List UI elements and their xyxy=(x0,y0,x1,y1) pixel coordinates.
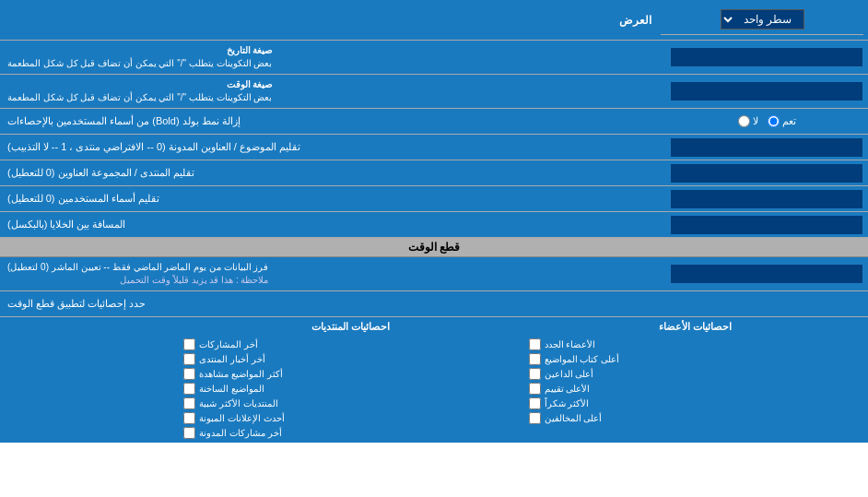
time-format-title: صيغة الوقت xyxy=(7,78,272,91)
check-most-similar: المنتديات الأكثر شبية xyxy=(183,397,517,409)
cutoff-row: 0 فرز البيانات من يوم الماضر الماضي فقط … xyxy=(0,257,868,291)
forum-news-checkbox[interactable] xyxy=(183,353,195,365)
cell-spacing-input[interactable]: 2 xyxy=(671,216,862,234)
blog-posts-checkbox[interactable] xyxy=(183,427,195,439)
forum-news-label: أخر أخبار المنتدى xyxy=(199,354,265,364)
top-topic-writers-checkbox[interactable] xyxy=(529,353,541,365)
col2-title: احصائيات الأعضاء xyxy=(529,321,862,333)
check-most-thanks: الأكثر شكراً xyxy=(529,397,862,409)
most-similar-label: المنتديات الأكثر شبية xyxy=(199,398,278,408)
topics-titles-input-cell: 33 xyxy=(665,135,868,160)
topics-titles-row: 33 تقليم الموضوع / العناوين المدونة (0 -… xyxy=(0,135,868,160)
time-format-sublabel: بعض التكوينات يتطلب "/" التي يمكن أن تضا… xyxy=(7,91,272,104)
most-thanks-checkbox[interactable] xyxy=(529,397,541,409)
header-select-area: سطر واحد سطرين ثلاثة أسطر xyxy=(661,5,863,35)
cell-spacing-label: المسافة بين الخلايا (بالبكسل) xyxy=(0,212,665,237)
topics-titles-input[interactable]: 33 xyxy=(671,138,862,157)
radio-no[interactable] xyxy=(738,115,750,127)
blog-posts-label: أخر مشاركات المدونة xyxy=(199,428,282,438)
stats-limit-label: حدد إحصائيات لتطبيق قطع الوقت xyxy=(0,291,665,316)
top-rated-label: الأعلى تقييم xyxy=(545,384,591,394)
cutoff-input[interactable]: 0 xyxy=(671,265,862,283)
col1-title: احصائيات المنتديات xyxy=(183,321,517,333)
bold-radio-input-cell: تعم لا xyxy=(665,109,868,134)
forum-titles-input-cell: 33 xyxy=(665,160,868,185)
cutoff-main-label: فرز البيانات من يوم الماضر الماضي فقط --… xyxy=(7,261,268,274)
stats-limit-row: حدد إحصائيات لتطبيق قطع الوقت xyxy=(0,291,868,317)
date-format-sublabel: بعض التكوينات يتطلب "/" التي يمكن أن تضا… xyxy=(7,57,272,70)
date-format-title: صيغة التاريخ xyxy=(7,44,272,57)
date-format-input-cell: d-m xyxy=(665,41,868,74)
check-top-topic-writers: أعلى كتاب المواضيع xyxy=(529,353,862,365)
header-row: سطر واحد سطرين ثلاثة أسطر العرض xyxy=(0,0,868,41)
radio-no-text: لا xyxy=(753,115,758,127)
hot-topics-label: المواضيع الساخنة xyxy=(199,384,264,394)
new-members-label: الأعضاء الجدد xyxy=(545,339,596,349)
time-format-row: H:i صيغة الوقت بعض التكوينات يتطلب "/" ا… xyxy=(0,75,868,109)
latest-posts-label: أخر المشاركات xyxy=(199,339,258,349)
check-top-violators: أعلى المخالفين xyxy=(529,412,862,424)
radio-yes-text: تعم xyxy=(782,115,796,127)
top-topic-writers-label: أعلى كتاب المواضيع xyxy=(545,354,620,364)
usernames-input[interactable]: 0 xyxy=(671,190,862,208)
hot-topics-checkbox[interactable] xyxy=(183,383,195,395)
checkboxes-area: احصائيات الأعضاء الأعضاء الجدد أعلى كتاب… xyxy=(0,317,868,443)
check-forum-news: أخر أخبار المنتدى xyxy=(183,353,517,365)
usernames-input-cell: 0 xyxy=(665,186,868,211)
col-members-stats: احصائيات الأعضاء الأعضاء الجدد أعلى كتاب… xyxy=(523,321,868,439)
bold-label: إزالة نمط بولد (Bold) من أسماء المستخدمي… xyxy=(0,109,665,134)
cutoff-note: ملاحظة : هذا قد يزيد قليلاً وقت التحميل xyxy=(7,274,268,287)
check-most-viewed: أكثر المواضيع مشاهدة xyxy=(183,368,517,380)
cutoff-section-title: قطع الوقت xyxy=(0,238,868,257)
check-top-inviters: أعلى الداعين xyxy=(529,368,862,380)
cutoff-input-cell: 0 xyxy=(665,257,868,290)
top-violators-checkbox[interactable] xyxy=(529,412,541,424)
most-viewed-checkbox[interactable] xyxy=(183,368,195,380)
check-latest-posts: أخر المشاركات xyxy=(183,338,517,350)
cell-spacing-row: 2 المسافة بين الخلايا (بالبكسل) xyxy=(0,212,868,238)
main-container: سطر واحد سطرين ثلاثة أسطر العرض d-m صيغة… xyxy=(0,0,868,443)
check-new-members: الأعضاء الجدد xyxy=(529,338,862,350)
check-hot-topics: المواضيع الساخنة xyxy=(183,383,517,395)
date-format-input[interactable]: d-m xyxy=(671,48,862,66)
header-title: العرض xyxy=(5,14,661,27)
time-format-input[interactable]: H:i xyxy=(671,82,862,101)
forum-titles-input[interactable]: 33 xyxy=(671,164,862,183)
topics-titles-label: تقليم الموضوع / العناوين المدونة (0 -- ا… xyxy=(0,135,665,160)
col-forum-stats: احصائيات المنتديات أخر المشاركات أخر أخب… xyxy=(178,321,522,439)
stats-limit-empty-cell xyxy=(665,291,868,316)
most-viewed-label: أكثر المواضيع مشاهدة xyxy=(199,369,283,379)
bold-radio-row: تعم لا إزالة نمط بولد (Bold) من أسماء ال… xyxy=(0,109,868,135)
top-rated-checkbox[interactable] xyxy=(529,383,541,395)
usernames-label: تقليم أسماء المستخدمين (0 للتعطيل) xyxy=(0,186,665,211)
date-format-row: d-m صيغة التاريخ بعض التكوينات يتطلب "/"… xyxy=(0,41,868,75)
check-blog-posts: أخر مشاركات المدونة xyxy=(183,427,517,439)
latest-announcements-checkbox[interactable] xyxy=(183,412,195,424)
date-format-label: صيغة التاريخ بعض التكوينات يتطلب "/" الت… xyxy=(0,41,665,74)
col-placeholder xyxy=(0,321,178,439)
new-members-checkbox[interactable] xyxy=(529,338,541,350)
radio-yes-label[interactable]: تعم xyxy=(768,115,796,127)
check-top-rated: الأعلى تقييم xyxy=(529,383,862,395)
time-format-label: صيغة الوقت بعض التكوينات يتطلب "/" التي … xyxy=(0,75,665,108)
usernames-row: 0 تقليم أسماء المستخدمين (0 للتعطيل) xyxy=(0,186,868,212)
check-latest-announcements: أحدث الإعلانات المبونة xyxy=(183,412,517,424)
cutoff-label: فرز البيانات من يوم الماضر الماضي فقط --… xyxy=(0,257,665,290)
most-similar-checkbox[interactable] xyxy=(183,397,195,409)
latest-posts-checkbox[interactable] xyxy=(183,338,195,350)
top-violators-label: أعلى المخالفين xyxy=(545,413,603,423)
top-inviters-label: أعلى الداعين xyxy=(545,369,594,379)
top-inviters-checkbox[interactable] xyxy=(529,368,541,380)
cell-spacing-input-cell: 2 xyxy=(665,212,868,237)
forum-titles-label: تقليم المنتدى / المجموعة العناوين (0 للت… xyxy=(0,160,665,185)
latest-announcements-label: أحدث الإعلانات المبونة xyxy=(199,413,285,423)
display-select[interactable]: سطر واحد سطرين ثلاثة أسطر xyxy=(721,9,804,30)
forum-titles-row: 33 تقليم المنتدى / المجموعة العناوين (0 … xyxy=(0,160,868,186)
radio-yes[interactable] xyxy=(768,115,780,127)
time-format-input-cell: H:i xyxy=(665,75,868,108)
most-thanks-label: الأكثر شكراً xyxy=(545,398,590,408)
radio-no-label[interactable]: لا xyxy=(738,115,758,127)
